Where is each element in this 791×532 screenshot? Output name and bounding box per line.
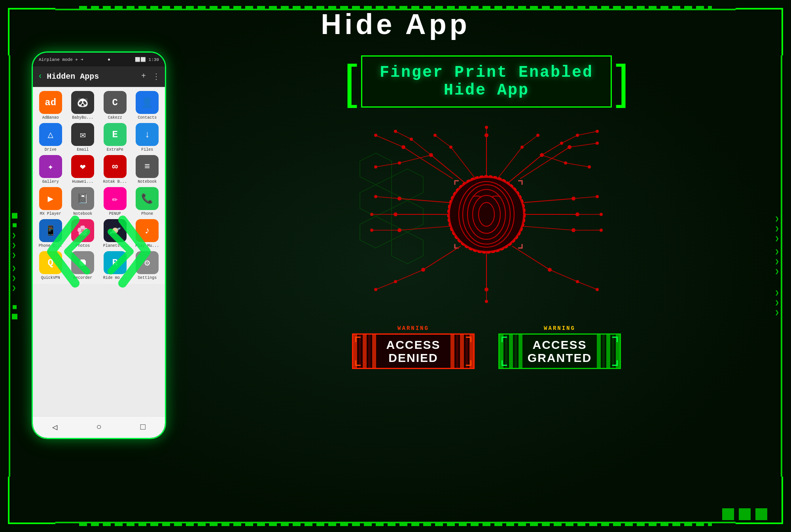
corner-bracket-bl xyxy=(8,477,55,524)
fingerprint-title-box: Finger Print Enabled Hide App xyxy=(361,55,611,108)
svg-line-91 xyxy=(498,147,522,178)
svg-point-50 xyxy=(596,195,599,198)
header-icons: + ⋮ xyxy=(141,72,160,81)
border-right xyxy=(781,55,782,477)
svg-marker-1 xyxy=(392,169,423,201)
app-label: Notebook xyxy=(73,212,92,216)
svg-point-90 xyxy=(433,134,437,137)
phone-mockup: Airplane mode ✈ ➜ ● ⬜⬜ 1:39 ‹ Hidden App… xyxy=(32,51,166,439)
app-label: AdBanao xyxy=(42,115,59,120)
app-label: Email xyxy=(77,148,89,152)
app-item[interactable]: 🪐Planets... xyxy=(100,219,130,248)
app-icon: ✏ xyxy=(104,187,127,210)
app-label: Drive xyxy=(45,148,57,152)
app-label: QuickVPN xyxy=(41,276,60,280)
status-left: Airplane mode ✈ ➜ xyxy=(39,57,83,62)
border-bottom xyxy=(55,522,736,523)
phone-nav-bar: ◁ ○ □ xyxy=(33,416,165,438)
access-denied-badge: WARNING xyxy=(352,325,475,369)
phone-status-bar: Airplane mode ✈ ➜ ● ⬜⬜ 1:39 xyxy=(33,53,165,66)
svg-line-23 xyxy=(508,155,542,183)
app-item[interactable]: EExtraPe xyxy=(100,123,130,152)
corner-bl xyxy=(501,360,507,366)
app-label: Gallery xyxy=(42,180,59,184)
denied-text: ACCESS DENIED xyxy=(386,338,440,364)
corner-br xyxy=(466,360,471,366)
svg-line-27 xyxy=(562,135,577,143)
app-item[interactable]: 🌸Photos xyxy=(68,219,98,248)
add-icon[interactable]: + xyxy=(141,72,146,81)
svg-line-61 xyxy=(512,246,550,270)
app-item[interactable]: QQuickVPN xyxy=(36,251,65,280)
app-item[interactable]: ⏺Recorder xyxy=(68,251,98,280)
app-item[interactable]: adAdBanao xyxy=(36,91,65,120)
app-item[interactable]: ⚙Settings xyxy=(133,251,162,280)
app-item[interactable]: ≡Notebook xyxy=(133,155,162,184)
svg-line-89 xyxy=(435,135,451,147)
corner-br xyxy=(612,360,618,366)
fp-title-line2: Hide App xyxy=(377,81,596,99)
nav-back[interactable]: ◁ xyxy=(52,422,57,433)
corner-tr xyxy=(612,337,618,342)
granted-warning-label: WARNING xyxy=(544,325,575,331)
app-icon: Q xyxy=(39,251,62,274)
svg-point-60 xyxy=(374,288,377,291)
svg-marker-2 xyxy=(360,185,392,216)
app-icon: ▶ xyxy=(39,187,62,210)
square-2 xyxy=(739,508,751,520)
svg-point-22 xyxy=(394,130,397,133)
nav-home[interactable]: ○ xyxy=(96,422,101,432)
svg-line-37 xyxy=(570,143,597,147)
app-grid-container: adAdBanao🐼BabyBu...CCakezz👤Contacts△Driv… xyxy=(33,87,165,416)
svg-marker-5 xyxy=(392,232,423,264)
svg-line-63 xyxy=(550,270,577,282)
app-item[interactable]: 📓Notebook xyxy=(68,187,98,216)
app-item[interactable]: ✦Gallery xyxy=(36,155,65,184)
svg-point-70 xyxy=(485,300,488,303)
app-label: Ride mo... xyxy=(103,276,127,280)
svg-point-34 xyxy=(374,134,377,137)
app-icon: C xyxy=(104,91,127,114)
app-icon: 📱 xyxy=(39,219,62,242)
app-item[interactable]: CCakezz xyxy=(100,91,130,120)
app-item[interactable]: 📞Phone xyxy=(133,187,162,216)
app-label: Huawei... xyxy=(72,180,93,184)
svg-marker-3 xyxy=(392,201,423,232)
app-icon: △ xyxy=(39,123,62,146)
badges-row: WARNING xyxy=(352,325,621,369)
menu-icon[interactable]: ⋮ xyxy=(152,72,160,81)
app-icon: R xyxy=(104,251,127,274)
right-side-decoration: ❯❯❯ ❯❯❯ ❯❯❯ xyxy=(775,214,779,318)
app-label: Recorder xyxy=(73,276,92,280)
app-item[interactable]: ∞Kotak B... xyxy=(100,155,130,184)
back-button[interactable]: ‹ xyxy=(38,72,43,81)
nav-recent[interactable]: □ xyxy=(140,422,146,432)
bottom-squares xyxy=(722,508,767,520)
app-item[interactable]: △Drive xyxy=(36,123,65,152)
svg-point-30 xyxy=(596,130,599,133)
svg-point-94 xyxy=(536,134,539,137)
app-label: Photos xyxy=(76,244,90,248)
app-item[interactable]: 👤Contacts xyxy=(133,91,162,120)
app-label: Cakezz xyxy=(108,115,122,120)
app-item[interactable]: ✉Email xyxy=(68,123,98,152)
app-label: Planets... xyxy=(103,244,127,248)
app-icon: 📓 xyxy=(71,187,94,210)
app-item[interactable]: ▶MX Player xyxy=(36,187,65,216)
app-item[interactable]: ↓Files xyxy=(133,123,162,152)
svg-marker-0 xyxy=(360,153,392,185)
app-label: Phone C... xyxy=(39,244,62,248)
app-label: Play Mu... xyxy=(135,244,159,248)
app-item[interactable]: ❤Huawei... xyxy=(68,155,98,184)
tech-line-bottom xyxy=(79,523,712,526)
app-item[interactable]: 🐼BabyBu... xyxy=(68,91,98,120)
app-icon: ⏺ xyxy=(71,251,94,274)
app-item[interactable]: 📱Phone C... xyxy=(36,219,65,248)
app-item[interactable]: RRide mo... xyxy=(100,251,130,280)
app-item[interactable]: ✏PENUP xyxy=(100,187,130,216)
svg-line-21 xyxy=(396,131,411,139)
granted-text: ACCESS GRANTED xyxy=(528,338,592,364)
app-item[interactable]: ♪Play Mu... xyxy=(133,219,162,248)
svg-point-16 xyxy=(485,126,488,129)
app-icon: E xyxy=(104,123,127,146)
